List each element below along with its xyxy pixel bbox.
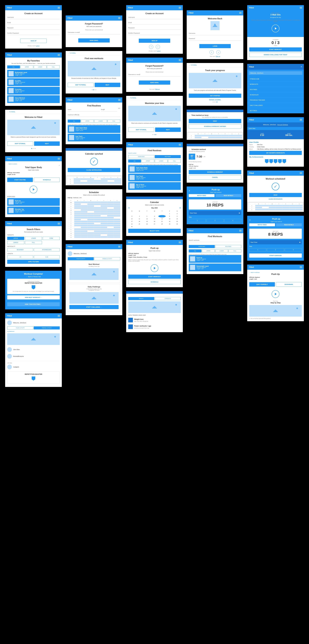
routine-item[interactable]: Fast TrackDifficulty: BeginnerLength: 15… bbox=[68, 134, 120, 142]
play-icon[interactable] bbox=[30, 186, 37, 193]
email-field[interactable] bbox=[128, 73, 181, 76]
okay-button[interactable]: OKAY bbox=[189, 119, 241, 123]
tab-lower[interactable]: LOWER bbox=[34, 66, 46, 68]
tab-full[interactable]: FULL bbox=[228, 249, 241, 252]
play-icon[interactable] bbox=[272, 24, 280, 32]
cal-day[interactable]: 11 bbox=[136, 218, 143, 220]
email-field[interactable] bbox=[128, 21, 181, 24]
facebook-icon[interactable]: f bbox=[149, 45, 153, 49]
okay-button[interactable]: OKAY bbox=[249, 193, 302, 197]
schedule-button[interactable]: SCHEDULE WORKOUT bbox=[189, 170, 241, 174]
close-icon[interactable]: × bbox=[189, 190, 190, 192]
set-box[interactable]: 2 bbox=[206, 219, 224, 222]
signup-button[interactable]: SIGN UP bbox=[139, 39, 170, 43]
close-link[interactable]: CLOSE NOTIFICATION bbox=[269, 198, 282, 200]
tab-routines[interactable]: ROUTINES bbox=[215, 245, 241, 248]
back-link[interactable]: ← Back to workouts bbox=[249, 272, 302, 273]
set-box[interactable]: 3 bbox=[285, 248, 302, 252]
cal-day[interactable]: 25 bbox=[136, 223, 143, 225]
workout-item[interactable]: Bodyweight squatDifficulty: BeginnerLeng… bbox=[189, 264, 241, 271]
filter-pill[interactable]: CORE bbox=[43, 237, 60, 240]
account-link[interactable]: Account Settings bbox=[277, 124, 288, 126]
tab-your[interactable]: YOUR ACTIVITY bbox=[7, 326, 33, 330]
back-icon[interactable]: ← bbox=[7, 111, 9, 112]
skip-button[interactable]: SKIP TUTORIAL bbox=[7, 142, 33, 146]
cal-day[interactable]: 2 bbox=[174, 212, 181, 215]
cal-day[interactable]: 4 bbox=[136, 215, 143, 218]
tab-routines[interactable]: ROUTINES bbox=[155, 155, 181, 158]
send-button[interactable]: SEND EMAIL bbox=[139, 80, 170, 84]
routine-item[interactable]: Abs of SteelDifficulty: AdvancedLength: … bbox=[128, 182, 181, 190]
cal-day[interactable]: 21 bbox=[158, 220, 166, 222]
repeat-link[interactable]: REPEAT TUTORIAL bbox=[209, 99, 221, 100]
filter-pill[interactable]: BEGINNER bbox=[7, 248, 33, 252]
menu-icon[interactable] bbox=[239, 12, 242, 14]
back-icon[interactable]: ← bbox=[68, 52, 69, 54]
user-badge[interactable]: Welcome, JohnDoe1 bbox=[249, 71, 302, 75]
cancel-button[interactable]: CANCEL bbox=[189, 175, 241, 180]
filter-pill[interactable]: CARDIO bbox=[7, 241, 24, 244]
cal-day[interactable]: 17 bbox=[128, 220, 136, 222]
tab-upper[interactable]: UPPER bbox=[81, 120, 94, 122]
cal-day[interactable]: 30 bbox=[174, 223, 181, 225]
tab-all[interactable]: ALL bbox=[128, 160, 141, 162]
facebook-icon[interactable]: f bbox=[210, 50, 214, 54]
workout-item[interactable]: DeadliftsDifficulty: AdvancedLength: 2 m… bbox=[7, 78, 60, 86]
favorites-button[interactable]: MY FAVORITE WORKOUTS bbox=[249, 151, 302, 155]
menu-icon[interactable] bbox=[58, 7, 60, 8]
exercise-item[interactable]: Shoulder TapDifficulty: BeginnerLength: … bbox=[7, 206, 60, 214]
filter-pill[interactable]: INTERMEDIATE bbox=[34, 248, 60, 252]
skip-button[interactable]: SKIP TUTORIAL bbox=[68, 83, 94, 87]
menu-item-hub[interactable]: FITNESS HUB bbox=[247, 76, 304, 82]
password-field[interactable] bbox=[7, 26, 60, 30]
cal-day[interactable]: 14 bbox=[158, 218, 166, 220]
filter-pill[interactable]: UPPER bbox=[7, 237, 24, 240]
filter-pill[interactable]: FULL bbox=[25, 241, 42, 244]
view-routines-button[interactable]: VIEW YOUR ROUTINES → bbox=[7, 302, 60, 306]
quiz-button[interactable]: QUIZ YOURSELF bbox=[249, 282, 275, 286]
menu-icon[interactable] bbox=[239, 230, 242, 232]
start-button[interactable]: START WORKOUT bbox=[249, 48, 302, 52]
back-icon[interactable]: ← bbox=[189, 64, 190, 66]
cal-day[interactable]: 9 bbox=[174, 215, 181, 218]
schedule-button[interactable]: SCHEDULE bbox=[128, 280, 181, 284]
dismiss-button[interactable]: DISMISS CHALLENGE FOR TODAY bbox=[249, 52, 302, 57]
cal-day[interactable]: 20 bbox=[151, 220, 158, 222]
tab-exercises[interactable]: EXERCISES bbox=[128, 155, 154, 158]
watch-button[interactable]: WATCH VIDEO bbox=[189, 194, 214, 197]
email-field[interactable] bbox=[68, 30, 120, 34]
tab-full[interactable]: FULL bbox=[108, 120, 120, 122]
next-button[interactable]: NEXT bbox=[95, 83, 120, 87]
select-date-button[interactable]: SELECT DATE bbox=[128, 229, 181, 233]
password-field[interactable] bbox=[189, 37, 241, 40]
cal-day[interactable]: 15 bbox=[166, 218, 173, 220]
cal-day[interactable]: 19 bbox=[143, 220, 151, 222]
exercise-item[interactable]: Push-upDifficulty: BeginnerLength: 1 min bbox=[7, 198, 60, 206]
watch-button[interactable]: WATCH VIDEO bbox=[249, 223, 275, 226]
play-icon[interactable]: ▶ bbox=[300, 241, 300, 243]
play-icon[interactable]: ▶ bbox=[239, 212, 240, 214]
username-field[interactable] bbox=[128, 16, 181, 19]
workout-item[interactable]: Chest WorkoutDifficulty: BeginnerLength:… bbox=[7, 95, 60, 103]
next-button[interactable]: NEXT bbox=[34, 142, 60, 146]
filter-pill[interactable]: 5-15 bbox=[34, 256, 60, 259]
menu-icon[interactable] bbox=[118, 246, 120, 248]
length-field[interactable] bbox=[101, 108, 117, 112]
close-button[interactable]: CLOSE NOTIFICATION bbox=[68, 168, 120, 172]
routine-item[interactable]: Total Upper BodyDifficulty: Intermediate… bbox=[128, 165, 181, 173]
time-value[interactable]: 7:30 bbox=[196, 155, 202, 158]
start-exercise-button[interactable]: START EXERCISE bbox=[249, 254, 302, 258]
menu-item-scheduler[interactable]: SCHEDULER bbox=[247, 92, 304, 98]
friend-item[interactable]: EstradaBrowynw bbox=[7, 353, 60, 360]
schedule-anyway-button[interactable]: SCHEDULE WORKOUT ANYWAY bbox=[189, 124, 241, 128]
routine-item[interactable]: Fast TrackDifficulty: BeginnerLength: 15… bbox=[128, 174, 181, 181]
tab-exercises[interactable]: EXERCISES bbox=[189, 245, 215, 248]
login-link[interactable]: Log in bbox=[157, 50, 160, 52]
tab-friend[interactable]: FRIEND ACTIVITY bbox=[94, 257, 120, 260]
menu-item-settings[interactable]: SETTINGS bbox=[247, 108, 304, 113]
signup-button[interactable]: SIGN UP bbox=[20, 39, 46, 43]
back-icon[interactable]: ← bbox=[189, 115, 190, 116]
tab-full[interactable]: FULL bbox=[47, 66, 60, 68]
cal-day[interactable]: 6 bbox=[151, 215, 158, 218]
cal-day[interactable]: 10 bbox=[128, 218, 136, 220]
